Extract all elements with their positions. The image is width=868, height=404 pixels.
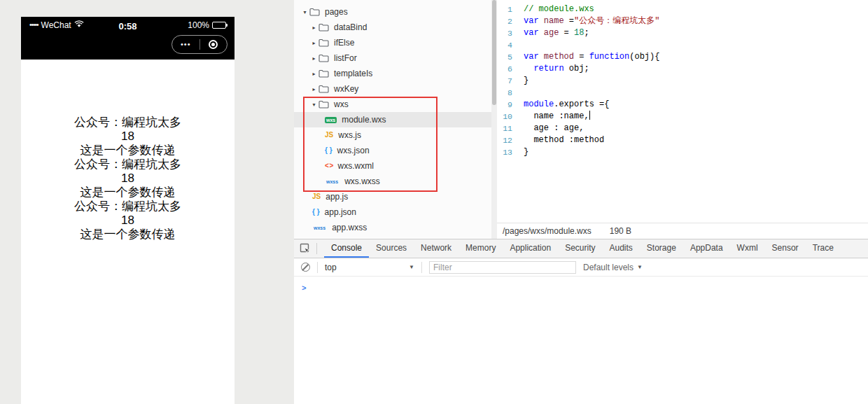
line-number: 7 [497,75,524,87]
phone-screen: ••••• WeChat 0:58 100% ••• [21,17,234,404]
tab-audits[interactable]: Audits [603,239,640,258]
tree-file-wxs-js[interactable]: JSwxs.js [294,127,491,143]
tab-trace[interactable]: Trace [806,239,841,258]
phone-statusbar: ••••• WeChat 0:58 100% ••• [21,17,234,60]
caret-right-icon[interactable]: ▸ [309,55,318,62]
tab-network[interactable]: Network [414,239,458,258]
code-line: 3var age = 18; [497,27,868,39]
editor-panel: 1// modeule.wxs2var name ="公众号：编程坑太多"3va… [497,0,868,239]
caret-right-icon[interactable]: ▸ [309,71,318,77]
tab-sensor[interactable]: Sensor [765,239,806,258]
tree-file-app-wxss[interactable]: wxssapp.wxss [294,220,491,235]
code-text: module.exports ={ [524,99,609,111]
context-selector[interactable]: top ▼ [325,263,414,272]
folder-icon [318,85,329,93]
code-line: 9module.exports ={ [497,99,868,111]
phone-text-line: 这是一个参数传递 [21,228,234,242]
scrollbar-thumb[interactable] [492,0,496,105]
tree-item-label: dataBind [334,22,367,32]
inspect-element-icon[interactable] [300,239,316,258]
code-line: 6 return obj; [497,63,868,75]
tab-security[interactable]: Security [558,239,602,258]
home-icon[interactable] [200,40,227,49]
code-text: name :name, [524,111,590,123]
log-levels-label: Default levels [583,263,634,272]
tab-memory[interactable]: Memory [458,239,503,258]
battery-icon [212,22,226,29]
clear-console-icon[interactable] [301,263,310,272]
tree-item-label: app.wxss [332,223,367,232]
tab-sources[interactable]: Sources [369,239,414,258]
tab-appdata[interactable]: AppData [683,239,730,258]
line-number: 9 [497,99,524,111]
caret-down-icon[interactable]: ▾ [309,102,318,108]
file-tree: ▾pages▸dataBind▸ifElse▸listFor▸templateI… [294,0,491,239]
tree-folder-ifElse[interactable]: ▸ifElse [294,35,491,50]
tree-item-label: wxs [334,99,349,109]
caret-right-icon[interactable]: ▸ [309,40,318,46]
tab-application[interactable]: Application [503,239,558,258]
tree-folder-templateIs[interactable]: ▸templateIs [294,66,491,81]
more-icon[interactable]: ••• [172,40,200,48]
phone-text-line: 18 [21,130,234,144]
tab-console[interactable]: Console [324,239,369,258]
wxml-file-icon: < > [325,162,332,169]
chevron-down-icon: ▼ [409,264,414,270]
tree-item-label: wxs.json [337,146,370,155]
tree-file-module-wxs[interactable]: wxsmodule.wxs [294,112,491,127]
tree-item-label: app.json [325,207,356,217]
tree-file-wxs-wxss[interactable]: wxsswxs.wxss [294,174,491,189]
js-file-icon: JS [312,193,321,200]
tree-file-app-js[interactable]: JSapp.js [294,189,491,204]
line-number: 3 [497,27,524,39]
text-cursor [589,111,590,120]
wifi-icon [74,20,84,30]
wxss-file-icon: wxss [312,225,327,231]
phone-content: 公众号：编程坑太多18这是一个参数传递公众号：编程坑太多18这是一个参数传递公众… [21,60,234,242]
code-line: 7} [497,75,868,87]
context-selector-label: top [325,263,337,272]
code-text: // modeule.wxs [524,4,594,15]
panel-splitter[interactable] [491,0,497,239]
capsule-menu[interactable]: ••• [172,35,227,54]
tree-file-app-json[interactable]: { }app.json [294,204,491,220]
code-text: method :method [524,134,604,146]
caret-right-icon[interactable]: ▸ [309,86,318,92]
tree-file-wxs-json[interactable]: { }wxs.json [294,143,491,158]
filter-input[interactable] [429,261,576,274]
tree-folder-dataBind[interactable]: ▸dataBind [294,20,491,35]
folder-icon [318,100,329,109]
tree-folder-wxs[interactable]: ▾wxs [294,97,491,112]
phone-text-line: 18 [21,214,234,228]
log-levels-selector[interactable]: Default levels ▼ [583,263,643,272]
phone-text-line: 公众号：编程坑太多 [21,116,234,130]
line-number: 6 [497,63,524,75]
code-line: 10 name :name, [497,111,868,123]
console-output[interactable]: > [294,277,868,404]
code-editor[interactable]: 1// modeule.wxs2var name ="公众号：编程坑太多"3va… [497,0,868,223]
console-toolbar: top ▼ Default levels ▼ [294,258,868,277]
line-number: 11 [497,123,524,134]
tab-wxml[interactable]: Wxml [730,239,765,258]
phone-text-line: 18 [21,172,234,186]
console-prompt-icon: > [302,284,307,293]
tree-folder-wxKey[interactable]: ▸wxKey [294,81,491,97]
tree-item-label: app.js [326,192,348,202]
folder-icon [318,39,329,47]
tree-item-label: ifElse [334,38,354,48]
carrier-label: WeChat [41,20,71,30]
tab-storage[interactable]: Storage [640,239,683,258]
toolbar-divider [317,262,318,273]
phone-text-line: 这是一个参数传递 [21,144,234,158]
tree-folder-pages[interactable]: ▾pages [294,4,491,20]
wxss-file-icon: wxss [325,179,340,185]
tree-file-wxs-wxml[interactable]: < >wxs.wxml [294,158,491,174]
caret-down-icon[interactable]: ▾ [300,9,309,15]
caret-right-icon[interactable]: ▸ [309,25,318,31]
tree-folder-listFor[interactable]: ▸listFor [294,50,491,66]
ide-column: ▾pages▸dataBind▸ifElse▸listFor▸templateI… [294,0,868,404]
code-line: 13} [497,146,868,158]
battery-percent: 100% [188,20,209,30]
code-text: var name ="公众号：编程坑太多" [524,15,659,27]
folder-icon [309,8,320,16]
